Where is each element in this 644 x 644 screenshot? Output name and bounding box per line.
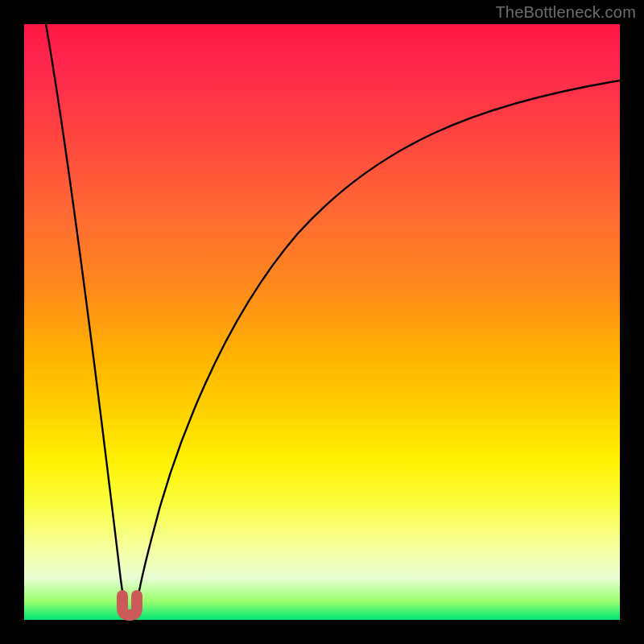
curve-layer xyxy=(24,24,620,620)
chart-frame: TheBottleneck.com xyxy=(0,0,644,644)
minimum-marker xyxy=(122,596,137,615)
plot-area xyxy=(24,24,620,620)
curve-right-branch xyxy=(135,80,620,615)
watermark-text: TheBottleneck.com xyxy=(495,3,636,22)
curve-left-branch xyxy=(46,24,126,615)
